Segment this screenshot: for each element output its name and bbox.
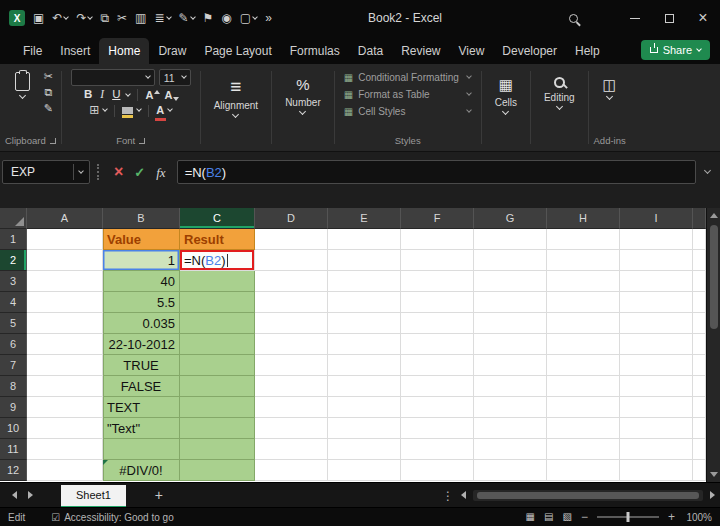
normal-view-button[interactable] — [526, 512, 535, 522]
cell-H11[interactable] — [547, 439, 620, 460]
ribbon-tab-developer[interactable]: Developer — [493, 38, 566, 64]
cell-H7[interactable] — [547, 355, 620, 376]
cell-D1[interactable] — [255, 229, 328, 250]
cell-F4[interactable] — [401, 292, 474, 313]
dialog-launcher-icon[interactable] — [139, 138, 145, 144]
camera-icon[interactable]: ◉ — [221, 12, 231, 24]
cell-J11[interactable] — [693, 439, 706, 460]
vertical-scrollbar-thumb[interactable] — [710, 225, 718, 329]
cell-A9[interactable] — [27, 397, 103, 418]
italic-button[interactable]: I — [98, 89, 106, 101]
cell-F8[interactable] — [401, 376, 474, 397]
cut-icon[interactable]: ✂ — [117, 12, 127, 24]
cell-E1[interactable] — [328, 229, 401, 250]
cell-I11[interactable] — [620, 439, 693, 460]
zoom-slider-thumb[interactable] — [626, 512, 629, 522]
cell-E9[interactable] — [328, 397, 401, 418]
ribbon-tab-data[interactable]: Data — [349, 38, 392, 64]
share-button[interactable]: Share — [641, 40, 710, 60]
cell-styles-button[interactable]: Cell Styles — [340, 103, 476, 120]
cell-C4[interactable] — [180, 292, 255, 313]
scroll-left-button[interactable] — [461, 491, 466, 499]
kanban-icon[interactable]: ▥ — [135, 12, 146, 24]
column-header-H[interactable]: H — [547, 208, 620, 229]
cell-J4[interactable] — [693, 292, 706, 313]
cell-J12[interactable] — [693, 460, 706, 481]
cell-G1[interactable] — [474, 229, 547, 250]
cell-F7[interactable] — [401, 355, 474, 376]
cell-D6[interactable] — [255, 334, 328, 355]
cell-A1[interactable] — [27, 229, 103, 250]
cell-H4[interactable] — [547, 292, 620, 313]
cell-H3[interactable] — [547, 271, 620, 292]
cell-I10[interactable] — [620, 418, 693, 439]
cell-H9[interactable] — [547, 397, 620, 418]
cell-C11[interactable] — [180, 439, 255, 460]
cell-G12[interactable] — [474, 460, 547, 481]
copy-icon[interactable]: ⧉ — [100, 12, 109, 24]
font-color-button[interactable] — [156, 105, 164, 117]
cell-J10[interactable] — [693, 418, 706, 439]
copy-button[interactable] — [44, 86, 52, 98]
alignment-menu-button[interactable]: Alignment — [206, 69, 266, 117]
cell-E10[interactable] — [328, 418, 401, 439]
cell-A5[interactable] — [27, 313, 103, 334]
cell-H1[interactable] — [547, 229, 620, 250]
cell-A3[interactable] — [27, 271, 103, 292]
chevron-down-icon[interactable] — [167, 106, 173, 112]
cell-C5[interactable] — [180, 313, 255, 334]
formula-bar-drag-handle[interactable] — [97, 164, 100, 180]
undo-icon[interactable]: ↶ — [52, 12, 68, 24]
cell-H10[interactable] — [547, 418, 620, 439]
ribbon-tab-page-layout[interactable]: Page Layout — [195, 38, 280, 64]
row-header-1[interactable]: 1 — [0, 229, 27, 250]
cell-H8[interactable] — [547, 376, 620, 397]
increase-font-size-button[interactable] — [145, 90, 160, 101]
row-header-11[interactable]: 11 — [0, 439, 27, 460]
cell-C3[interactable] — [180, 271, 255, 292]
ribbon-tab-review[interactable]: Review — [392, 38, 449, 64]
row-header-9[interactable]: 9 — [0, 397, 27, 418]
cell-F10[interactable] — [401, 418, 474, 439]
cell-D10[interactable] — [255, 418, 328, 439]
cell-C12[interactable] — [180, 460, 255, 481]
cell-A2[interactable] — [27, 250, 103, 271]
cell-E6[interactable] — [328, 334, 401, 355]
cell-F6[interactable] — [401, 334, 474, 355]
editing-menu-button[interactable]: Editing — [536, 69, 583, 109]
chevron-down-icon[interactable] — [136, 106, 142, 112]
add-sheet-button[interactable] — [150, 486, 168, 504]
cell-A4[interactable] — [27, 292, 103, 313]
cell-B1[interactable]: Value — [103, 229, 180, 250]
next-sheet-button[interactable] — [28, 491, 33, 499]
row-header-4[interactable]: 4 — [0, 292, 27, 313]
cell-D8[interactable] — [255, 376, 328, 397]
previous-sheet-button[interactable] — [12, 491, 17, 499]
excel-logo-icon[interactable]: X — [9, 10, 25, 26]
more-options-icon[interactable] — [442, 486, 454, 504]
chevron-down-icon[interactable] — [126, 91, 132, 97]
minimize-button[interactable] — [618, 0, 652, 36]
cell-E7[interactable] — [328, 355, 401, 376]
cell-G10[interactable] — [474, 418, 547, 439]
sheet-tab-sheet1[interactable]: Sheet1 — [61, 485, 126, 508]
cut-button[interactable] — [44, 70, 53, 82]
accessibility-checker[interactable]: Accessibility: Good to go — [51, 512, 173, 523]
cell-B5[interactable]: 0.035 — [103, 313, 180, 334]
cell-A11[interactable] — [27, 439, 103, 460]
cell-I12[interactable] — [620, 460, 693, 481]
bold-button[interactable]: B — [82, 89, 94, 101]
formula-input[interactable]: =N(B2) — [177, 160, 696, 184]
zoom-out-button[interactable] — [581, 510, 588, 524]
cell-B6[interactable]: 22-10-2012 — [103, 334, 180, 355]
cell-A12[interactable] — [27, 460, 103, 481]
cancel-button[interactable] — [114, 163, 123, 181]
cell-E12[interactable] — [328, 460, 401, 481]
cell-D7[interactable] — [255, 355, 328, 376]
cell-E8[interactable] — [328, 376, 401, 397]
cell-E4[interactable] — [328, 292, 401, 313]
font-name-combobox[interactable] — [71, 69, 155, 86]
select-all-button[interactable] — [0, 208, 27, 229]
cell-D4[interactable] — [255, 292, 328, 313]
insert-function-button[interactable]: fx — [156, 166, 165, 179]
